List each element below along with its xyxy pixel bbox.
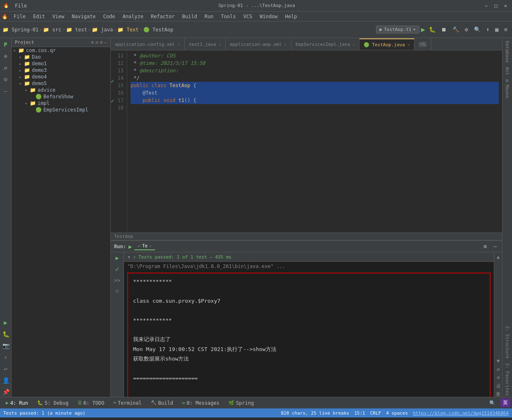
tab-testaop[interactable]: 🟢 TestAop.java ✕ <box>360 38 414 50</box>
tree-item-comcosqr[interactable]: ▾ 📁 com.cos.qr <box>12 47 110 54</box>
run-config-selector[interactable]: ▶ TestAop.t1 ▾ <box>376 26 419 33</box>
sidebar-favorites[interactable]: 2: Favorites <box>503 362 511 397</box>
panel-settings-btn[interactable]: ⚙ <box>100 40 103 45</box>
scroll-down-icon[interactable]: ▼ <box>497 358 500 364</box>
tree-item-dao[interactable]: ▾ 📁 Dao <box>12 54 110 60</box>
panel-sync-btn[interactable]: ⇄ <box>95 40 98 45</box>
trash-icon[interactable]: 🗑 <box>496 391 501 397</box>
bottom-tab-lang[interactable]: 英 <box>500 399 510 407</box>
debug-button[interactable]: 🐛 <box>427 25 438 34</box>
tree-item-demo5[interactable]: ▾ 📁 demo5 <box>12 80 110 87</box>
tree-item-empservicesimpl[interactable]: 🟢 EmpServicesImpl <box>12 107 110 113</box>
tab-close-text1[interactable]: ✕ <box>219 42 221 47</box>
tab-more[interactable]: +5 <box>414 38 431 50</box>
menu-analyze[interactable]: Analyze <box>119 13 147 20</box>
sidebar-maven[interactable]: m Maven <box>503 78 511 100</box>
menu-file[interactable]: File <box>10 13 29 20</box>
project-icon[interactable]: P <box>1 40 11 50</box>
vertical-scrollbar[interactable] <box>497 262 500 356</box>
more-button[interactable]: ≡ <box>502 25 510 34</box>
menu-run[interactable]: Run <box>201 13 217 20</box>
menu-tools[interactable]: Tools <box>218 13 239 20</box>
run-minimize-icon[interactable]: — <box>491 242 499 251</box>
close-button[interactable]: ✕ <box>502 3 509 9</box>
menu-navigate[interactable]: Navigate <box>69 13 99 20</box>
breadcrumb-testaop[interactable]: 🟢 TestAop <box>143 27 174 33</box>
bottom-tab-messages[interactable]: ✉ 0: Messages <box>178 399 224 407</box>
sync-icon[interactable]: ⇄ <box>1 63 11 73</box>
tab-close-testaop[interactable]: ✕ <box>407 43 410 47</box>
sidebar-ant[interactable]: Ant <box>503 66 511 76</box>
menu-view[interactable]: View <box>49 13 68 20</box>
bottom-tab-todo[interactable]: ☰ 6: TODO <box>74 399 109 407</box>
panel-minus-btn[interactable]: — <box>104 40 107 45</box>
menu-file[interactable]: File <box>12 2 30 9</box>
tab-close-empservicesimpl[interactable]: ✕ <box>352 42 355 47</box>
breadcrumb-java[interactable]: 📁 java <box>92 27 113 33</box>
run-tab-close[interactable]: ✕ <box>149 244 152 248</box>
build-button[interactable]: 🔨 <box>450 25 461 34</box>
bottom-tab-search[interactable]: 🔍 <box>485 399 500 407</box>
menu-refactor[interactable]: Refactor <box>148 13 178 20</box>
tab-empservicesimpl[interactable]: EmpServicesImpl.java ✕ <box>291 38 360 50</box>
menu-build[interactable]: Build <box>179 13 200 20</box>
run-double-right-icon[interactable]: >> <box>113 276 121 284</box>
tree-item-demo1[interactable]: ▸ 📁 demo1 <box>12 60 110 67</box>
people-icon[interactable]: 👤 <box>1 375 11 385</box>
search-button[interactable]: 🔍 <box>472 25 483 34</box>
run-settings-icon[interactable]: ⚙ <box>481 242 489 251</box>
bottom-tab-run[interactable]: ▶ 4: Run <box>2 399 32 407</box>
tab-text1[interactable]: text1.java ✕ <box>185 38 226 50</box>
menu-code[interactable]: Code <box>100 13 119 20</box>
tree-item-impl[interactable]: ▾ 📁 impl <box>12 100 110 107</box>
sort-icon[interactable]: ≡ <box>497 375 500 380</box>
tab-close-application-config[interactable]: ✕ <box>178 42 180 47</box>
tree-item-beforeshow[interactable]: 🟢 BeforeShow <box>12 93 110 100</box>
menu-vcs[interactable]: VCS <box>240 13 256 20</box>
rerun-icon[interactable]: ⇄ <box>497 366 500 372</box>
run-activity-icon[interactable]: ▶ <box>1 318 11 327</box>
breadcrumb-text[interactable]: 📁 Text <box>117 27 138 33</box>
run-tab-testaop[interactable]: ✓ Te ✕ <box>134 242 155 250</box>
scroll-up-icon[interactable]: ▲ <box>497 254 500 260</box>
code-content[interactable]: * @author: COS * @time: 2021/5/17 15:58 … <box>127 50 502 233</box>
menu-help[interactable]: Help <box>282 13 300 20</box>
bottom-tab-build[interactable]: 🔨 Build <box>147 399 177 407</box>
layout-button[interactable]: ▦ <box>493 25 500 34</box>
run-output[interactable]: "D:\Program Files\Java\jdk1.8.0_261\bin\… <box>124 262 494 397</box>
gear-icon[interactable]: ⚙ <box>1 74 11 84</box>
settings-button[interactable]: ⚙ <box>463 25 470 34</box>
camera-icon[interactable]: 📷 <box>1 341 11 351</box>
print-icon[interactable]: 🖨 <box>496 383 501 389</box>
vcs-button[interactable]: ⬆ <box>484 25 492 34</box>
tab-application-config[interactable]: application-config.xml ✕ <box>111 38 185 50</box>
bottom-tab-debug[interactable]: 🐛 5: Debug <box>33 399 73 407</box>
minimize-button[interactable]: — <box>483 3 489 9</box>
panel-add-btn[interactable]: ⊕ <box>91 40 94 45</box>
debug-activity-icon[interactable]: 🐛 <box>1 329 11 339</box>
exit-icon[interactable]: ↩ <box>1 364 11 374</box>
breadcrumb-src[interactable]: 📁 src <box>43 27 61 33</box>
tree-item-demo3[interactable]: ▸ 📁 demo3 <box>12 67 110 74</box>
run-play-button[interactable]: ▶ <box>115 254 120 262</box>
run-filter-icon[interactable]: ☑ <box>115 287 120 294</box>
pin-icon[interactable]: 📌 <box>1 387 11 397</box>
tab-close-application-aop[interactable]: ✕ <box>284 42 287 47</box>
run-play-icon[interactable]: ▶ <box>129 243 132 250</box>
add-icon[interactable]: ⊕ <box>1 51 11 61</box>
bottom-tab-terminal[interactable]: ⌨ Terminal <box>109 399 145 407</box>
tree-item-demo4[interactable]: ▸ 📁 demo4 <box>12 74 110 80</box>
dash-icon[interactable]: — <box>1 86 11 96</box>
status-link[interactable]: https://blog.csdn.net/dwg1518346864 <box>413 411 509 416</box>
sidebar-structure[interactable]: Z: Structure <box>503 325 511 360</box>
tab-application-aop[interactable]: application-aop.xml ✕ <box>226 38 291 50</box>
code-activity-icon[interactable]: ⚡ <box>1 352 11 362</box>
breadcrumb-test[interactable]: 📁 test <box>66 27 87 33</box>
tree-item-advice[interactable]: ▾ 📁 advice <box>12 87 110 93</box>
run-button[interactable]: ▶ <box>421 26 425 33</box>
sidebar-database[interactable]: Database <box>503 40 511 64</box>
maximize-button[interactable]: □ <box>493 3 499 9</box>
breadcrumb-project[interactable]: 📁 Spring-01 <box>2 27 38 33</box>
bottom-tab-spring[interactable]: 🌿 Spring <box>224 399 258 407</box>
menu-edit[interactable]: Edit <box>30 13 48 20</box>
